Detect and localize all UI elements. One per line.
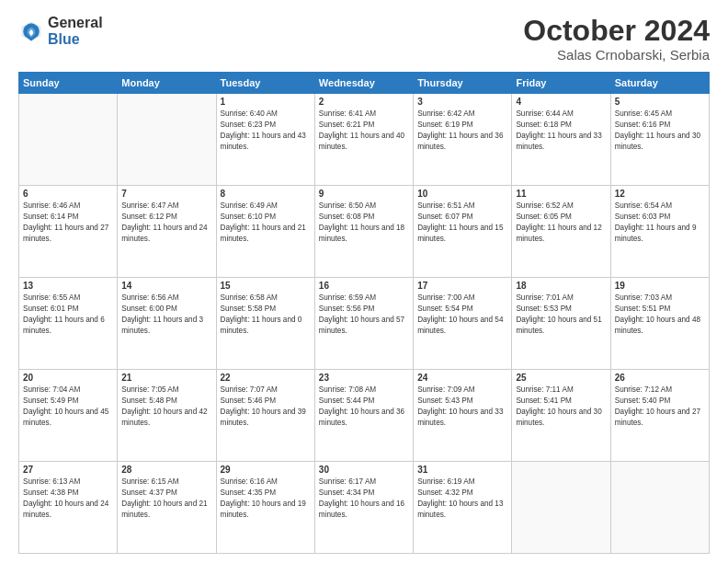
day-info: Sunrise: 7:00 AMSunset: 5:54 PMDaylight:… [417,293,507,337]
table-cell: 12Sunrise: 6:54 AMSunset: 6:03 PMDayligh… [610,186,709,278]
header-sunday: Sunday [19,73,118,94]
day-number: 11 [516,189,606,199]
day-number: 13 [23,281,113,291]
day-number: 17 [417,281,507,291]
day-info: Sunrise: 6:56 AMSunset: 6:00 PMDaylight:… [121,293,211,337]
day-info: Sunrise: 6:52 AMSunset: 6:05 PMDaylight:… [516,201,606,245]
table-cell [118,94,216,186]
day-info: Sunrise: 6:49 AMSunset: 6:10 PMDaylight:… [221,201,311,245]
logo-text: General Blue [48,15,103,47]
day-number: 27 [23,465,113,475]
calendar-row: 6Sunrise: 6:46 AMSunset: 6:14 PMDaylight… [19,186,710,278]
day-number: 7 [121,189,211,199]
day-info: Sunrise: 6:13 AMSunset: 4:38 PMDaylight:… [23,477,113,521]
table-cell: 23Sunrise: 7:08 AMSunset: 5:44 PMDayligh… [314,370,413,462]
table-cell: 8Sunrise: 6:49 AMSunset: 6:10 PMDaylight… [216,186,314,278]
table-cell: 9Sunrise: 6:50 AMSunset: 6:08 PMDaylight… [314,186,413,278]
table-cell: 21Sunrise: 7:05 AMSunset: 5:48 PMDayligh… [118,370,216,462]
table-cell: 24Sunrise: 7:09 AMSunset: 5:43 PMDayligh… [414,370,512,462]
table-cell: 13Sunrise: 6:55 AMSunset: 6:01 PMDayligh… [19,278,118,370]
page: General Blue October 2024 Salas Crnobars… [0,0,728,563]
header-friday: Friday [512,73,610,94]
table-cell: 19Sunrise: 7:03 AMSunset: 5:51 PMDayligh… [610,278,709,370]
table-cell: 18Sunrise: 7:01 AMSunset: 5:53 PMDayligh… [512,278,610,370]
table-cell: 14Sunrise: 6:56 AMSunset: 6:00 PMDayligh… [118,278,216,370]
day-info: Sunrise: 7:04 AMSunset: 5:49 PMDaylight:… [23,385,113,429]
calendar-row: 13Sunrise: 6:55 AMSunset: 6:01 PMDayligh… [19,278,710,370]
calendar-body: 1Sunrise: 6:40 AMSunset: 6:23 PMDaylight… [19,94,710,554]
calendar-table: Sunday Monday Tuesday Wednesday Thursday… [18,72,710,554]
table-cell: 7Sunrise: 6:47 AMSunset: 6:12 PMDaylight… [118,186,216,278]
calendar-row: 1Sunrise: 6:40 AMSunset: 6:23 PMDaylight… [19,94,710,186]
day-info: Sunrise: 6:40 AMSunset: 6:23 PMDaylight:… [221,109,311,153]
day-info: Sunrise: 6:41 AMSunset: 6:21 PMDaylight:… [319,109,409,153]
day-number: 21 [121,373,211,383]
logo: General Blue [18,15,103,47]
logo-general: General [48,15,103,31]
table-cell: 31Sunrise: 6:19 AMSunset: 4:32 PMDayligh… [414,462,512,554]
table-cell: 25Sunrise: 7:11 AMSunset: 5:41 PMDayligh… [512,370,610,462]
table-cell: 2Sunrise: 6:41 AMSunset: 6:21 PMDaylight… [314,94,413,186]
day-number: 28 [121,465,211,475]
day-info: Sunrise: 6:50 AMSunset: 6:08 PMDaylight:… [319,201,409,245]
table-cell: 3Sunrise: 6:42 AMSunset: 6:19 PMDaylight… [414,94,512,186]
table-cell: 6Sunrise: 6:46 AMSunset: 6:14 PMDaylight… [19,186,118,278]
day-info: Sunrise: 6:58 AMSunset: 5:58 PMDaylight:… [221,293,311,337]
month-title: October 2024 [523,15,710,47]
header-thursday: Thursday [414,73,512,94]
header-wednesday: Wednesday [314,73,413,94]
day-info: Sunrise: 6:47 AMSunset: 6:12 PMDaylight:… [121,201,211,245]
day-number: 5 [615,97,705,107]
day-number: 15 [221,281,311,291]
table-cell: 4Sunrise: 6:44 AMSunset: 6:18 PMDaylight… [512,94,610,186]
day-info: Sunrise: 6:46 AMSunset: 6:14 PMDaylight:… [23,201,113,245]
day-number: 10 [417,189,507,199]
table-cell: 11Sunrise: 6:52 AMSunset: 6:05 PMDayligh… [512,186,610,278]
table-cell [19,94,118,186]
title-block: October 2024 Salas Crnobarski, Serbia [523,15,710,63]
day-info: Sunrise: 7:07 AMSunset: 5:46 PMDaylight:… [221,385,311,429]
header-tuesday: Tuesday [216,73,314,94]
calendar-row: 20Sunrise: 7:04 AMSunset: 5:49 PMDayligh… [19,370,710,462]
day-info: Sunrise: 6:16 AMSunset: 4:35 PMDaylight:… [221,477,311,521]
day-info: Sunrise: 6:15 AMSunset: 4:37 PMDaylight:… [121,477,211,521]
day-number: 8 [221,189,311,199]
day-number: 3 [417,97,507,107]
table-cell [610,462,709,554]
day-info: Sunrise: 6:51 AMSunset: 6:07 PMDaylight:… [417,201,507,245]
table-cell: 26Sunrise: 7:12 AMSunset: 5:40 PMDayligh… [610,370,709,462]
table-cell [512,462,610,554]
logo-blue: Blue [48,31,103,48]
day-number: 22 [221,373,311,383]
calendar-header: Sunday Monday Tuesday Wednesday Thursday… [19,73,710,94]
table-cell: 16Sunrise: 6:59 AMSunset: 5:56 PMDayligh… [314,278,413,370]
day-number: 6 [23,189,113,199]
table-cell: 29Sunrise: 6:16 AMSunset: 4:35 PMDayligh… [216,462,314,554]
table-cell: 28Sunrise: 6:15 AMSunset: 4:37 PMDayligh… [118,462,216,554]
day-number: 19 [615,281,705,291]
header-monday: Monday [118,73,216,94]
day-info: Sunrise: 7:03 AMSunset: 5:51 PMDaylight:… [615,293,705,337]
day-info: Sunrise: 7:01 AMSunset: 5:53 PMDaylight:… [516,293,606,337]
table-cell: 30Sunrise: 6:17 AMSunset: 4:34 PMDayligh… [314,462,413,554]
day-info: Sunrise: 6:55 AMSunset: 6:01 PMDaylight:… [23,293,113,337]
day-number: 9 [319,189,409,199]
header: General Blue October 2024 Salas Crnobars… [18,15,710,63]
day-number: 16 [319,281,409,291]
header-saturday: Saturday [610,73,709,94]
day-number: 18 [516,281,606,291]
day-number: 2 [319,97,409,107]
table-cell: 1Sunrise: 6:40 AMSunset: 6:23 PMDaylight… [216,94,314,186]
day-number: 25 [516,373,606,383]
day-number: 23 [319,373,409,383]
weekday-row: Sunday Monday Tuesday Wednesday Thursday… [19,73,710,94]
table-cell: 22Sunrise: 7:07 AMSunset: 5:46 PMDayligh… [216,370,314,462]
day-info: Sunrise: 7:05 AMSunset: 5:48 PMDaylight:… [121,385,211,429]
day-number: 4 [516,97,606,107]
day-number: 31 [417,465,507,475]
day-info: Sunrise: 6:42 AMSunset: 6:19 PMDaylight:… [417,109,507,153]
day-info: Sunrise: 7:09 AMSunset: 5:43 PMDaylight:… [417,385,507,429]
calendar-row: 27Sunrise: 6:13 AMSunset: 4:38 PMDayligh… [19,462,710,554]
day-number: 26 [615,373,705,383]
table-cell: 15Sunrise: 6:58 AMSunset: 5:58 PMDayligh… [216,278,314,370]
